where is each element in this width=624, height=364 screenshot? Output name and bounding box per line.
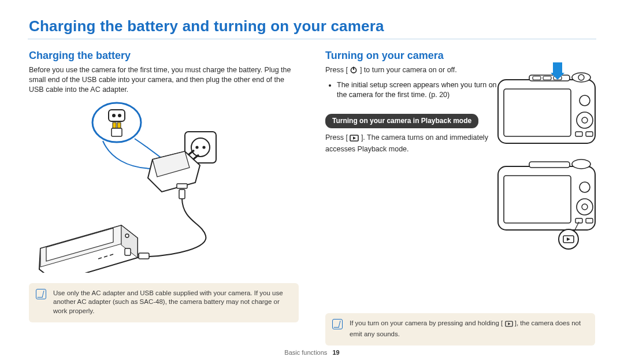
footer-section-label: Basic functions (284, 349, 327, 356)
playback-icon (505, 321, 513, 330)
playback-mode-pill: Turning on your camera in Playback mode (325, 114, 478, 128)
power-icon (350, 66, 358, 77)
press-power-line: Press [ ] to turn your camera on or off. (325, 65, 499, 77)
page-footer: Basic functions 19 (0, 349, 624, 356)
svg-rect-36 (553, 62, 562, 73)
svg-rect-39 (504, 176, 571, 223)
turning-on-text: Press [ ] to turn your camera on or off.… (325, 65, 499, 154)
svg-rect-24 (504, 89, 571, 136)
svg-point-9 (195, 146, 198, 148)
turning-on-bullets: The initial setup screen appears when yo… (337, 80, 499, 100)
svg-point-3 (118, 114, 121, 117)
initial-setup-bullet: The initial setup screen appears when yo… (337, 80, 499, 100)
charging-diagram: Status lamp Red light on: Charging Red l… (29, 99, 299, 273)
svg-point-27 (582, 117, 588, 123)
page-title: Charging the battery and turning on your… (29, 17, 595, 35)
svg-marker-22 (353, 136, 356, 140)
charging-diagram-svg (29, 99, 277, 273)
section-heading-charging: Charging the battery (29, 50, 299, 62)
usb-cable-icon (132, 190, 206, 259)
svg-rect-5 (117, 122, 121, 128)
svg-rect-31 (533, 76, 541, 80)
section-heading-turning-on: Turning on your camera (325, 50, 595, 62)
charging-intro-text: Before you use the camera for the first … (29, 65, 299, 95)
svg-rect-13 (177, 184, 187, 188)
camera-body-icon (39, 225, 138, 273)
svg-point-10 (202, 146, 205, 148)
svg-rect-44 (586, 218, 593, 223)
svg-point-42 (582, 204, 588, 210)
note-no-sound-text: If you turn on your camera by pressing a… (350, 320, 581, 337)
svg-rect-17 (125, 248, 131, 255)
note-icon (332, 319, 343, 329)
svg-rect-32 (543, 76, 551, 80)
svg-point-8 (191, 138, 210, 157)
svg-point-18 (125, 234, 129, 237)
svg-point-35 (578, 75, 584, 80)
svg-rect-4 (113, 122, 116, 128)
title-rule (28, 39, 596, 39)
footer-page-number: 19 (332, 349, 339, 356)
svg-point-2 (112, 114, 116, 117)
svg-marker-52 (508, 322, 510, 325)
note-ac-adapter: Use only the AC adapter and USB cable su… (29, 283, 299, 323)
right-column: Turning on your camera Press [ ] to turn… (325, 50, 595, 346)
svg-rect-15 (139, 253, 149, 259)
two-column-layout: Charging the battery Before you use the … (29, 50, 595, 346)
svg-rect-29 (586, 132, 593, 136)
note-no-sound: If you turn on your camera by pressing a… (325, 313, 595, 346)
svg-rect-28 (575, 132, 582, 136)
svg-point-46 (572, 159, 590, 169)
svg-rect-45 (529, 162, 570, 168)
svg-rect-1 (109, 110, 125, 121)
press-playback-line: Press [ ]. The camera turns on and immed… (325, 133, 499, 154)
manual-page: Charging the battery and turning on your… (0, 0, 624, 346)
svg-point-25 (580, 95, 590, 106)
note-icon (36, 289, 46, 299)
svg-rect-14 (179, 190, 185, 199)
left-column: Charging the battery Before you use the … (29, 50, 299, 346)
note-ac-adapter-text: Use only the AC adapter and USB cable su… (53, 289, 283, 314)
camera-power-diagram (495, 62, 599, 149)
playback-icon (350, 135, 359, 144)
camera-playback-diagram (495, 157, 599, 250)
svg-rect-6 (112, 128, 122, 136)
svg-point-40 (580, 182, 590, 192)
